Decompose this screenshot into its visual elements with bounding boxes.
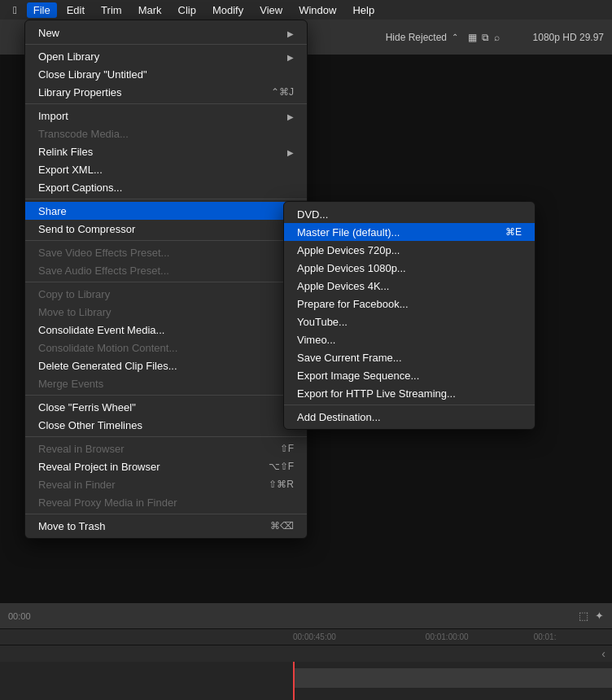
menu-item-merge-events: Merge Events xyxy=(25,374,307,392)
menu-item-consolidate-motion: Consolidate Motion Content... xyxy=(25,339,307,357)
menu-window[interactable]: Window xyxy=(292,2,343,18)
menu-item-library-properties[interactable]: Library Properties ⌃⌘J xyxy=(25,83,307,101)
new-submenu-arrow xyxy=(287,27,294,39)
separator-6 xyxy=(25,395,307,396)
timeline-toolbar: 00:00 ⬚ ✦ xyxy=(0,603,612,629)
menu-file[interactable]: File xyxy=(27,2,57,18)
menu-modify[interactable]: Modify xyxy=(206,2,250,18)
share-submenu: DVD... Master File (default)... ⌘E Apple… xyxy=(283,201,536,430)
submenu-item-export-image-seq[interactable]: Export Image Sequence... xyxy=(284,366,535,384)
menu-item-close-ferris[interactable]: Close "Ferris Wheel" xyxy=(25,398,307,416)
timeline: 00:00 ⬚ ✦ 00:00:45:00 00:01:00:00 00:01:… xyxy=(0,602,612,700)
timeline-ruler: 00:00:45:00 00:01:00:00 00:01: xyxy=(0,629,612,645)
submenu-item-save-frame[interactable]: Save Current Frame... xyxy=(284,348,535,366)
timecode-display: 00:00 xyxy=(8,611,31,621)
menu-item-delete-generated[interactable]: Delete Generated Clip Files... xyxy=(25,357,307,374)
resolution-label: 1080p HD 29.97 xyxy=(506,32,604,43)
menu-item-relink-files[interactable]: Relink Files xyxy=(25,142,307,160)
menu-item-send-to-compressor[interactable]: Send to Compressor xyxy=(25,220,307,238)
transform-icon[interactable]: ✦ xyxy=(595,610,604,622)
separator-1 xyxy=(25,44,307,45)
menu-item-reveal-proxy: Reveal Proxy Media in Finder xyxy=(25,493,307,511)
track-clips xyxy=(293,668,612,688)
menu-item-new[interactable]: New xyxy=(25,24,307,42)
timeline-tracks xyxy=(0,662,612,700)
menu-item-reveal-project[interactable]: Reveal Project in Browser ⌥⇧F xyxy=(25,457,307,475)
menu-edit[interactable]: Edit xyxy=(60,2,91,18)
submenu-item-apple-720p[interactable]: Apple Devices 720p... xyxy=(284,241,535,259)
menu-item-move-trash[interactable]: Move to Trash ⌘⌫ xyxy=(25,517,307,535)
menu-clip[interactable]: Clip xyxy=(172,2,203,18)
separator-7 xyxy=(25,436,307,437)
menu-item-save-video-effects: Save Video Effects Preset... xyxy=(25,243,307,261)
share-submenu-separator xyxy=(284,405,535,405)
file-menu: New Open Library Close Library "Untitled… xyxy=(24,20,308,539)
crop-icon[interactable]: ⬚ xyxy=(579,610,588,622)
menu-item-import[interactable]: Import xyxy=(25,107,307,125)
submenu-item-http-streaming[interactable]: Export for HTTP Live Streaming... xyxy=(284,384,535,402)
menu-view[interactable]: View xyxy=(253,2,289,18)
menu-item-share[interactable]: Share xyxy=(25,202,307,220)
submenu-item-apple-4k[interactable]: Apple Devices 4K... xyxy=(284,277,535,295)
menu-item-reveal-browser: Reveal in Browser ⇧F xyxy=(25,440,307,457)
menu-help[interactable]: Help xyxy=(346,2,381,18)
submenu-item-facebook[interactable]: Prepare for Facebook... xyxy=(284,295,535,313)
import-arrow xyxy=(287,110,294,122)
menu-item-save-audio-effects: Save Audio Effects Preset... xyxy=(25,261,307,279)
menu-item-copy-to-library: Copy to Library xyxy=(25,285,307,303)
submenu-item-add-destination[interactable]: Add Destination... xyxy=(284,408,535,426)
menu-mark[interactable]: Mark xyxy=(132,2,168,18)
collapse-icon[interactable]: ‹ xyxy=(601,647,605,660)
menu-item-consolidate-event[interactable]: Consolidate Event Media... xyxy=(25,321,307,339)
menu-apple[interactable]:  xyxy=(7,2,24,18)
menu-item-close-other-timelines[interactable]: Close Other Timelines xyxy=(25,416,307,434)
menu-item-close-library[interactable]: Close Library "Untitled" xyxy=(25,65,307,83)
separator-8 xyxy=(25,514,307,514)
grid-icon[interactable]: ▦ xyxy=(468,32,477,43)
open-library-arrow xyxy=(287,50,294,63)
menu-item-transcode-media: Transcode Media... xyxy=(25,125,307,142)
separator-3 xyxy=(25,199,307,199)
separator-2 xyxy=(25,103,307,104)
menubar:  File Edit Trim Mark Clip Modify View W… xyxy=(0,0,612,20)
menu-item-open-library[interactable]: Open Library xyxy=(25,47,307,65)
menu-item-export-captions[interactable]: Export Captions... xyxy=(25,178,307,196)
menu-item-reveal-finder: Reveal in Finder ⇧⌘R xyxy=(25,475,307,493)
relink-files-arrow xyxy=(287,146,294,158)
separator-4 xyxy=(25,240,307,241)
menu-item-export-xml[interactable]: Export XML... xyxy=(25,160,307,178)
menu-item-move-to-library: Move to Library xyxy=(25,303,307,321)
submenu-item-youtube[interactable]: YouTube... xyxy=(284,313,535,330)
submenu-item-master-file[interactable]: Master File (default)... ⌘E xyxy=(284,223,535,241)
filter-chevron-icon[interactable]: ⌃ xyxy=(452,33,458,42)
submenu-item-dvd[interactable]: DVD... xyxy=(284,205,535,223)
playhead xyxy=(293,662,295,700)
separator-5 xyxy=(25,282,307,282)
search-icon[interactable]: ⌕ xyxy=(494,32,500,43)
filter-label[interactable]: Hide Rejected xyxy=(386,32,447,43)
submenu-item-vimeo[interactable]: Vimeo... xyxy=(284,330,535,348)
submenu-item-apple-1080p[interactable]: Apple Devices 1080p... xyxy=(284,259,535,277)
menu-trim[interactable]: Trim xyxy=(94,2,129,18)
filmstrip-icon[interactable]: ⧉ xyxy=(482,32,489,43)
